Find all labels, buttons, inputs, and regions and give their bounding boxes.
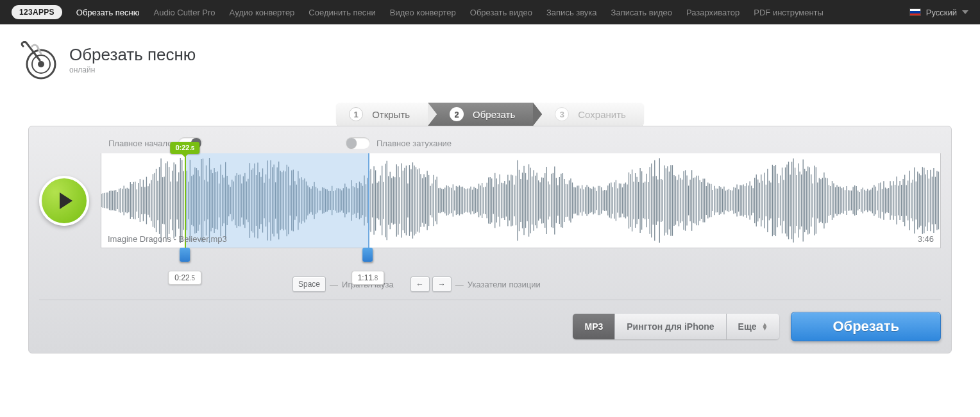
playhead-time-bubble: 0:22.5 <box>170 142 199 154</box>
step-save-label: Сохранить <box>578 109 626 120</box>
nav-cut-song[interactable]: Обрезать песню <box>76 8 140 17</box>
nav-pdf-tools[interactable]: PDF инструменты <box>754 8 824 17</box>
format-iphone[interactable]: Рингтон для iPhone <box>615 314 726 339</box>
brand-pill[interactable]: 123APPS <box>12 5 62 19</box>
handle-grip-icon <box>363 248 373 262</box>
duration-label: 3:46 <box>918 234 934 244</box>
vinyl-cutter-icon <box>19 41 58 80</box>
hint-position-markers: Указатели позиции <box>468 280 541 289</box>
selection-range[interactable] <box>185 153 368 248</box>
fade-out-label: Плавное затухание <box>376 139 452 148</box>
sort-updown-icon <box>762 323 768 330</box>
language-label: Русский <box>926 8 957 17</box>
play-icon <box>60 192 72 209</box>
filename-label: Imagine Dragons - Believer.mp3 <box>108 234 227 244</box>
page-header: Обрезать песню онлайн <box>0 24 980 91</box>
fade-controls: Плавное начало Плавное затухание <box>108 135 941 151</box>
nav-video-cutter[interactable]: Обрезать видео <box>470 8 532 17</box>
nav-audio-joiner[interactable]: Соединить песни <box>308 8 375 17</box>
selection-start-handle[interactable]: 0:22.5 <box>168 248 201 285</box>
playhead-cursor[interactable] <box>185 144 186 248</box>
step-save[interactable]: 3 Сохранить <box>533 103 644 126</box>
fade-out-toggle[interactable] <box>346 137 370 149</box>
fade-in-label: Плавное начало <box>108 139 172 148</box>
step-open-num: 1 <box>349 107 363 121</box>
selection-end-time: 1:11.8 <box>351 271 385 285</box>
nav-voice-recorder[interactable]: Запись звука <box>546 8 597 17</box>
keyboard-hints: Space — Играть/Пауза ← → — Указатели поз… <box>292 277 941 292</box>
key-arrow-right: → <box>432 277 452 292</box>
page-title: Обрезать песню <box>69 46 196 64</box>
format-mp3[interactable]: MP3 <box>573 314 615 339</box>
cut-button[interactable]: Обрезать <box>791 312 941 341</box>
selection-end-handle[interactable]: 1:11.8 <box>351 248 385 285</box>
footer-actions: MP3 Рингтон для iPhone Еще Обрезать <box>39 300 941 341</box>
chevron-down-icon <box>962 10 968 14</box>
selection-end-line[interactable] <box>368 153 369 248</box>
step-save-num: 3 <box>555 107 569 121</box>
step-cut[interactable]: 2 Обрезать <box>428 103 533 126</box>
step-cut-num: 2 <box>450 107 464 121</box>
key-arrow-left: ← <box>410 277 430 292</box>
selection-start-time: 0:22.5 <box>168 271 201 285</box>
page-subtitle: онлайн <box>69 65 196 74</box>
steps: 1 Открыть 2 Обрезать 3 Сохранить <box>28 103 952 126</box>
waveform[interactable]: 0:22.5 0:22.5 1:11.8 Imagine Dragons - B… <box>101 153 941 248</box>
editor-panel: Плавное начало Плавное затухание 0:22.5 … <box>28 126 952 353</box>
nav-video-recorder[interactable]: Записать видео <box>611 8 672 17</box>
play-button[interactable] <box>39 176 89 226</box>
nav-video-converter[interactable]: Видео конвертер <box>390 8 456 17</box>
nav-audio-converter[interactable]: Аудио конвертер <box>230 8 295 17</box>
svg-point-2 <box>38 61 44 67</box>
key-space: Space <box>292 277 326 292</box>
step-cut-label: Обрезать <box>473 109 515 120</box>
nav-unarchiver[interactable]: Разархиватор <box>686 8 739 17</box>
flag-ru-icon <box>909 8 921 16</box>
format-more[interactable]: Еще <box>727 314 780 339</box>
step-open[interactable]: 1 Открыть <box>336 103 428 126</box>
step-open-label: Открыть <box>372 109 410 120</box>
nav-audio-cutter-pro[interactable]: Audio Cutter Pro <box>154 8 215 17</box>
handle-grip-icon <box>180 248 190 262</box>
language-switcher[interactable]: Русский <box>909 8 968 17</box>
format-selector: MP3 Рингтон для iPhone Еще <box>573 314 779 339</box>
top-nav: 123APPS Обрезать песню Audio Cutter Pro … <box>0 0 980 24</box>
